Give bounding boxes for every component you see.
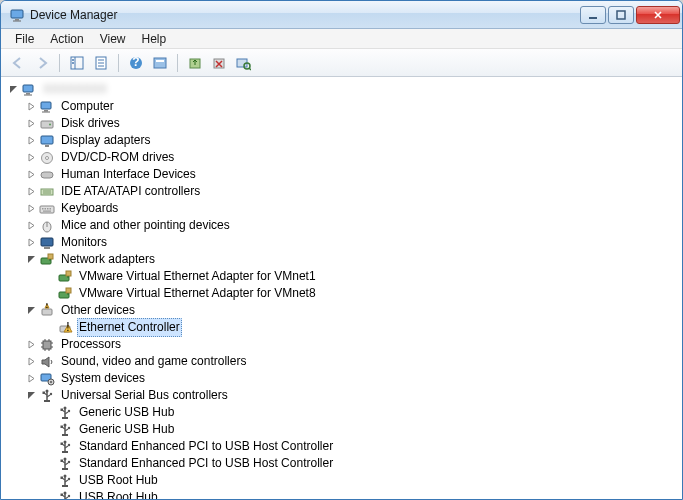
tree-item-label: Monitors <box>59 234 109 251</box>
svg-rect-4 <box>617 11 625 19</box>
tree-item[interactable]: VMware Virtual Ethernet Adapter for VMne… <box>43 268 682 285</box>
tree-item[interactable]: Processors <box>25 336 682 353</box>
help-button[interactable] <box>125 52 147 74</box>
collapse-icon[interactable] <box>25 305 37 317</box>
other-warn-icon <box>57 320 73 336</box>
tree-item[interactable]: Network adapters <box>25 251 682 268</box>
collapse-icon[interactable] <box>7 84 19 96</box>
properties-icon <box>93 55 109 71</box>
tree-item-label: Standard Enhanced PCI to USB Host Contro… <box>77 455 335 472</box>
expand-icon[interactable] <box>25 237 37 249</box>
expand-icon[interactable] <box>25 220 37 232</box>
usb-icon <box>57 456 73 472</box>
toolbar-separator <box>177 54 178 72</box>
usb-icon <box>57 422 73 438</box>
svg-rect-3 <box>589 17 597 19</box>
menu-file[interactable]: File <box>7 30 42 48</box>
device-manager-window: Device Manager File Action View Help XXX… <box>0 0 683 500</box>
titlebar[interactable]: Device Manager <box>1 1 682 29</box>
menu-help[interactable]: Help <box>134 30 175 48</box>
other-icon <box>39 303 55 319</box>
tree-item[interactable]: VMware Virtual Ethernet Adapter for VMne… <box>43 285 682 302</box>
tree-item[interactable]: Computer <box>25 98 682 115</box>
menu-action[interactable]: Action <box>42 30 91 48</box>
svg-rect-2 <box>13 20 21 21</box>
action-button[interactable] <box>149 52 171 74</box>
tree-item[interactable]: Universal Serial Bus controllers <box>25 387 682 404</box>
menu-view[interactable]: View <box>92 30 134 48</box>
tree-item[interactable]: Standard Enhanced PCI to USB Host Contro… <box>43 438 682 455</box>
tree-item[interactable]: DVD/CD-ROM drives <box>25 149 682 166</box>
minimize-button[interactable] <box>580 6 606 24</box>
tree-item[interactable]: Disk drives <box>25 115 682 132</box>
tree-item-label: Universal Serial Bus controllers <box>59 387 230 404</box>
tree-item[interactable]: IDE ATA/ATAPI controllers <box>25 183 682 200</box>
close-button[interactable] <box>636 6 680 24</box>
device-tree[interactable]: XXXXXXXXComputerDisk drivesDisplay adapt… <box>1 77 682 499</box>
collapse-icon[interactable] <box>25 254 37 266</box>
system-icon <box>39 371 55 387</box>
tree-item[interactable]: USB Root Hub <box>43 489 682 499</box>
update-driver-button[interactable] <box>184 52 206 74</box>
toolbar <box>1 49 682 77</box>
arrow-left-icon <box>10 55 26 71</box>
window-title: Device Manager <box>30 8 578 22</box>
tree-item[interactable]: Monitors <box>25 234 682 251</box>
tree-item-label: System devices <box>59 370 147 387</box>
expand-icon[interactable] <box>25 186 37 198</box>
back-button <box>7 52 29 74</box>
tree-item[interactable]: Generic USB Hub <box>43 421 682 438</box>
tree-item[interactable]: Display adapters <box>25 132 682 149</box>
action-icon <box>152 55 168 71</box>
tree-item-label: IDE ATA/ATAPI controllers <box>59 183 202 200</box>
tree-item-label: Disk drives <box>59 115 122 132</box>
tree-item[interactable]: Standard Enhanced PCI to USB Host Contro… <box>43 455 682 472</box>
tree-item[interactable]: Other devices <box>25 302 682 319</box>
tree-item-label: USB Root Hub <box>77 489 160 499</box>
expand-icon[interactable] <box>25 169 37 181</box>
tree-item[interactable]: Sound, video and game controllers <box>25 353 682 370</box>
expand-icon[interactable] <box>25 118 37 130</box>
tree-item-label: Network adapters <box>59 251 157 268</box>
tree-item[interactable]: XXXXXXXX <box>7 81 682 98</box>
tree-item-label: Generic USB Hub <box>77 421 176 438</box>
usb-icon <box>57 405 73 421</box>
tree-item-label: Processors <box>59 336 123 353</box>
expand-icon[interactable] <box>25 356 37 368</box>
toolbar-separator <box>59 54 60 72</box>
tree-item[interactable]: Mice and other pointing devices <box>25 217 682 234</box>
tree-item-label: Display adapters <box>59 132 152 149</box>
display-icon <box>39 133 55 149</box>
collapse-icon[interactable] <box>25 390 37 402</box>
expand-icon[interactable] <box>25 373 37 385</box>
expand-icon[interactable] <box>25 339 37 351</box>
app-icon <box>9 7 25 23</box>
maximize-button[interactable] <box>608 6 634 24</box>
tree-item[interactable]: Ethernet Controller <box>43 319 682 336</box>
scan-hardware-button[interactable] <box>232 52 254 74</box>
expand-icon[interactable] <box>25 152 37 164</box>
computer-icon <box>39 99 55 115</box>
tree-item[interactable]: Human Interface Devices <box>25 166 682 183</box>
tree-item[interactable]: Generic USB Hub <box>43 404 682 421</box>
disk-icon <box>39 116 55 132</box>
sound-icon <box>39 354 55 370</box>
expand-icon[interactable] <box>25 203 37 215</box>
show-hide-console-tree-button[interactable] <box>66 52 88 74</box>
tree-item[interactable]: USB Root Hub <box>43 472 682 489</box>
tree-item[interactable]: Keyboards <box>25 200 682 217</box>
arrow-right-icon <box>34 55 50 71</box>
svg-rect-1 <box>15 19 19 21</box>
uninstall-button[interactable] <box>208 52 230 74</box>
expand-icon[interactable] <box>25 135 37 147</box>
usb-icon <box>57 439 73 455</box>
expand-icon[interactable] <box>25 101 37 113</box>
tree-item-label: Computer <box>59 98 116 115</box>
menubar: File Action View Help <box>1 29 682 49</box>
tree-item[interactable]: System devices <box>25 370 682 387</box>
dvd-icon <box>39 150 55 166</box>
scan-hardware-icon <box>235 55 251 71</box>
usb-icon <box>39 388 55 404</box>
tree-item-label: USB Root Hub <box>77 472 160 489</box>
properties-button[interactable] <box>90 52 112 74</box>
